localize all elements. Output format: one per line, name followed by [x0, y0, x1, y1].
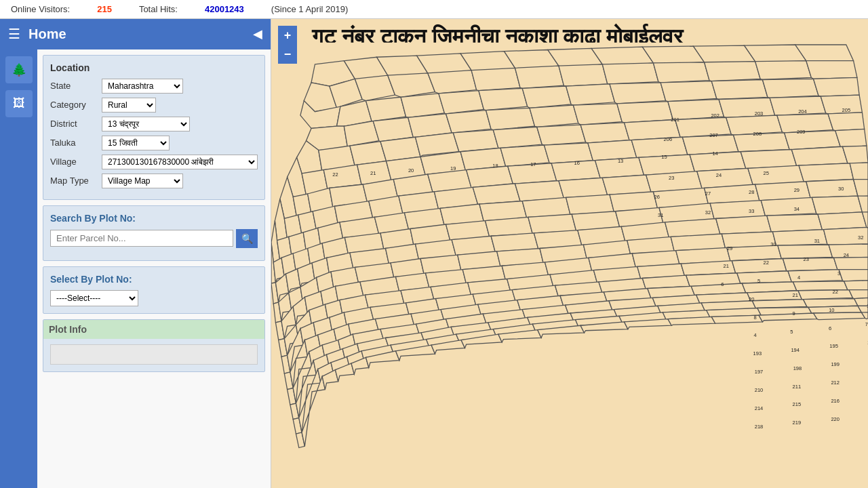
svg-marker-57 — [453, 130, 498, 152]
svg-text:202: 202 — [711, 113, 719, 119]
svg-marker-73 — [500, 145, 549, 166]
collapse-arrow[interactable]: ◀ — [253, 26, 262, 41]
main-layout: ☰ Home ◀ 🌲 🖼 Location State Maharashtra — [0, 19, 868, 488]
search-button[interactable]: 🔍 — [236, 229, 258, 248]
svg-marker-258 — [793, 281, 847, 291]
taluka-row: Taluka 15 जिवती — [50, 136, 258, 150]
zoom-out-button[interactable]: − — [278, 45, 297, 64]
category-label: Category — [50, 100, 98, 110]
district-select[interactable]: 13 चंद्रपूर — [102, 117, 190, 131]
svg-marker-16 — [388, 73, 435, 97]
svg-text:19: 19 — [450, 165, 456, 171]
svg-text:21: 21 — [724, 263, 729, 269]
svg-text:6: 6 — [829, 325, 831, 331]
visitors-label: Online Visitors: — [11, 4, 70, 14]
svg-marker-76 — [631, 137, 688, 157]
svg-marker-44 — [486, 108, 535, 129]
category-row: Category Rural — [50, 98, 258, 113]
hits-since: (Since 1 April 2019) — [271, 4, 348, 14]
svg-text:32: 32 — [858, 235, 863, 241]
maptype-select[interactable]: Village Map — [102, 174, 183, 188]
svg-marker-18 — [471, 68, 520, 90]
svg-marker-240 — [788, 270, 842, 282]
svg-text:31: 31 — [658, 212, 663, 218]
svg-marker-223 — [834, 257, 868, 270]
taluka-select[interactable]: 15 जिवती — [102, 136, 170, 150]
svg-text:4: 4 — [797, 274, 800, 281]
svg-text:25: 25 — [764, 170, 769, 176]
svg-marker-20 — [559, 64, 608, 86]
image-icon[interactable]: 🖼 — [5, 90, 33, 117]
search-row: 🔍 — [50, 229, 258, 248]
svg-text:5: 5 — [757, 278, 760, 284]
plot-info-section: Plot Info — [43, 319, 265, 372]
hits-label: Total Hits: — [139, 4, 178, 14]
svg-text:20: 20 — [749, 296, 754, 302]
tree-icon[interactable]: 🌲 — [5, 56, 33, 83]
svg-text:218: 218 — [755, 424, 764, 430]
svg-text:21: 21 — [793, 292, 798, 298]
svg-text:201: 201 — [671, 117, 679, 123]
svg-marker-130 — [806, 180, 858, 199]
svg-text:22: 22 — [833, 289, 838, 295]
svg-text:14: 14 — [712, 150, 717, 157]
category-select[interactable]: Rural — [102, 98, 156, 113]
svg-text:22: 22 — [332, 171, 338, 178]
plot-number-select[interactable]: ----Select---- — [50, 290, 138, 306]
svg-text:30: 30 — [770, 241, 776, 247]
location-section: Location State Maharashtra Category Rura… — [43, 55, 265, 200]
svg-marker-23 — [705, 62, 761, 81]
menu-icon[interactable]: ☰ — [8, 26, 20, 42]
header-bar: ☰ Home ◀ — [0, 19, 271, 49]
svg-text:27: 27 — [705, 190, 711, 197]
svg-marker-38 — [814, 77, 860, 96]
svg-marker-259 — [844, 281, 868, 291]
svg-marker-49 — [719, 98, 775, 117]
svg-text:10: 10 — [829, 307, 834, 313]
village-label: Village — [50, 157, 98, 167]
svg-text:28: 28 — [749, 189, 754, 195]
svg-text:215: 215 — [793, 401, 802, 407]
svg-text:34: 34 — [794, 206, 800, 212]
search-heading: Search By Plot No: — [50, 213, 258, 224]
search-section: Search By Plot No: 🔍 — [43, 205, 265, 261]
village-select[interactable]: 271300130167830000 आंबेझरी — [102, 155, 258, 169]
left-content: Location State Maharashtra Category Rura… — [37, 49, 271, 488]
svg-text:4: 4 — [754, 332, 757, 338]
svg-marker-24 — [755, 61, 812, 80]
svg-marker-19 — [515, 66, 564, 88]
svg-text:7: 7 — [865, 321, 868, 327]
svg-text:205: 205 — [842, 107, 851, 113]
svg-marker-45 — [530, 105, 578, 127]
state-select[interactable]: Maharashtra — [102, 79, 183, 94]
svg-text:3: 3 — [837, 270, 840, 277]
svg-marker-95 — [791, 146, 848, 166]
state-label: State — [50, 81, 98, 91]
svg-text:197: 197 — [755, 369, 764, 375]
svg-marker-60 — [580, 123, 629, 143]
svg-text:220: 220 — [831, 416, 840, 422]
svg-marker-33 — [566, 84, 615, 105]
svg-text:24: 24 — [844, 252, 849, 258]
svg-text:29: 29 — [727, 245, 732, 251]
district-row: District 13 चंद्रपूर — [50, 117, 258, 131]
svg-text:216: 216 — [831, 398, 840, 404]
svg-marker-34 — [610, 83, 666, 104]
zoom-in-button[interactable]: + — [278, 26, 297, 45]
svg-text:212: 212 — [831, 380, 840, 386]
district-label: District — [50, 119, 98, 129]
hits-value: 42001243 — [205, 4, 244, 14]
svg-text:20: 20 — [408, 167, 414, 174]
svg-marker-25 — [806, 61, 857, 79]
svg-text:31: 31 — [814, 238, 820, 244]
parcel-search-input[interactable] — [50, 230, 233, 247]
svg-marker-35 — [660, 81, 717, 102]
map-area: + − गट नंबर टाकून जिमनीचा नकाशा काढा मोब… — [271, 19, 868, 488]
svg-marker-37 — [762, 79, 818, 98]
svg-text:194: 194 — [791, 347, 800, 353]
svg-marker-276 — [798, 290, 852, 300]
svg-text:198: 198 — [793, 365, 802, 371]
svg-text:32: 32 — [705, 209, 711, 216]
village-row: Village 271300130167830000 आंबेझरी — [50, 155, 258, 169]
svg-text:26: 26 — [654, 195, 660, 201]
